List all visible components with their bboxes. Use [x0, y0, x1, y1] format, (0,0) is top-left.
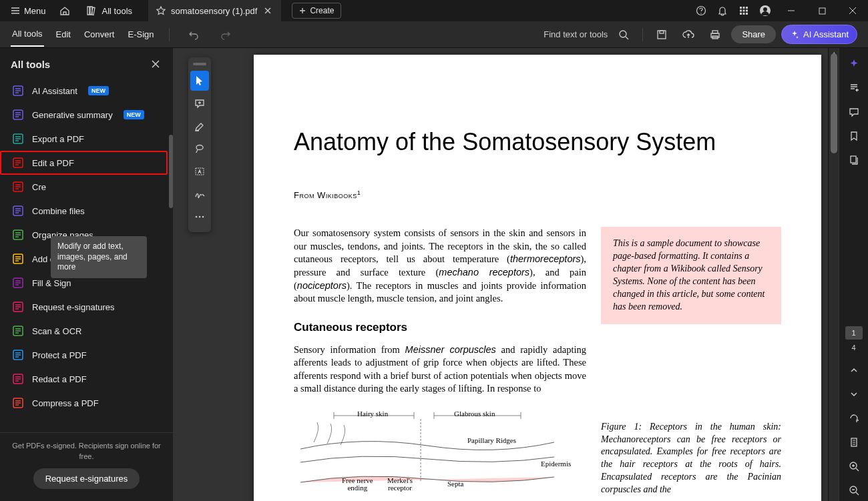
- page-scroll[interactable]: Anatomy of the Somatosensory System From…: [174, 48, 828, 501]
- alltools-tab[interactable]: All tools: [78, 5, 141, 16]
- sidebar-item-label: Combine files: [32, 206, 85, 216]
- tab-close-button[interactable]: [262, 5, 273, 16]
- lasso-icon: [194, 143, 205, 154]
- ai-label: AI Assistant: [803, 29, 849, 39]
- svg-rect-16: [660, 31, 664, 33]
- sidebar-close-button[interactable]: [149, 57, 162, 71]
- text-tool[interactable]: [190, 161, 209, 181]
- more-tools[interactable]: [190, 207, 209, 227]
- page-down-button[interactable]: [843, 384, 865, 405]
- sidebar-item-ai-assistant[interactable]: AI AssistantNEW: [0, 79, 168, 103]
- sidebar-item-combine-files[interactable]: Combine files: [0, 199, 168, 223]
- save-button[interactable]: [651, 24, 672, 45]
- svg-point-12: [763, 7, 767, 11]
- print-button[interactable]: [704, 24, 726, 45]
- summary-panel-button[interactable]: [843, 77, 865, 99]
- new-badge: NEW: [88, 86, 109, 95]
- sidebar-item-compress-a-pdf[interactable]: Compress a PDF: [0, 391, 168, 415]
- tool-icon: [12, 301, 24, 313]
- sidebar-scrollbar[interactable]: [169, 135, 173, 208]
- highlighter-icon: [194, 121, 205, 131]
- account-button[interactable]: [754, 0, 776, 21]
- page-up-button[interactable]: [843, 360, 865, 381]
- ai-assistant-button[interactable]: AI Assistant: [781, 25, 857, 44]
- sticky-note-tool[interactable]: [190, 93, 209, 113]
- undo-button[interactable]: [183, 24, 204, 45]
- tool-icon: [12, 157, 24, 169]
- undo-icon: [188, 29, 199, 40]
- sidebar-item-edit-a-pdf[interactable]: Edit a PDF: [0, 151, 168, 175]
- paragraph-1: Our somatosensory system consists of sen…: [294, 227, 586, 305]
- select-tool[interactable]: [190, 71, 209, 91]
- search-label[interactable]: Find text or tools: [544, 29, 608, 39]
- label-hairy: Hairy skin: [357, 409, 388, 419]
- current-page-indicator[interactable]: 1: [845, 326, 863, 340]
- sidebar-footer-button[interactable]: Request e-signatures: [33, 468, 140, 489]
- zoom-in-button[interactable]: [843, 456, 865, 477]
- share-button[interactable]: Share: [731, 25, 776, 43]
- tool-icon: [12, 133, 24, 145]
- heading-cutaneous: Cutaneous receptors: [294, 320, 586, 336]
- sidebar-item-generative-summary[interactable]: Generative summaryNEW: [0, 103, 168, 127]
- sidebar-item-scan-ocr[interactable]: Scan & OCR: [0, 319, 168, 343]
- notifications-button[interactable]: [712, 0, 733, 21]
- save-icon: [656, 29, 667, 40]
- home-button[interactable]: [54, 0, 75, 21]
- sidebar-item-protect-a-pdf[interactable]: Protect a PDF: [0, 343, 168, 367]
- create-button[interactable]: Create: [292, 3, 341, 19]
- menu-button[interactable]: Menu: [5, 3, 51, 19]
- bookmark-icon: [849, 131, 859, 141]
- svg-rect-6: [743, 10, 745, 12]
- alltools-label: All tools: [102, 6, 133, 16]
- redo-button[interactable]: [215, 24, 236, 45]
- apps-button[interactable]: [733, 0, 754, 21]
- rotate-button[interactable]: [843, 408, 865, 429]
- tool-esign[interactable]: E-Sign: [126, 23, 155, 46]
- sign-tool[interactable]: [190, 184, 209, 204]
- svg-rect-15: [658, 31, 666, 39]
- close-window-button[interactable]: [837, 0, 868, 21]
- svg-rect-3: [743, 7, 745, 9]
- create-label: Create: [310, 6, 334, 15]
- help-icon: [696, 5, 706, 16]
- paragraph-2: Sensory information from Meissner corpus…: [294, 344, 586, 396]
- sidebar-item-export-a-pdf[interactable]: Export a PDF: [0, 127, 168, 151]
- draw-tool[interactable]: [190, 139, 209, 159]
- sidebar-item-cre[interactable]: Cre: [0, 175, 168, 199]
- separator: [642, 28, 643, 41]
- tool-edit[interactable]: Edit: [55, 23, 72, 46]
- page-fit-button[interactable]: [843, 432, 865, 453]
- ai-panel-button[interactable]: [843, 53, 865, 75]
- tool-alltools[interactable]: All tools: [11, 22, 44, 47]
- chevron-up-icon: [850, 366, 858, 374]
- tool-convert[interactable]: Convert: [83, 23, 116, 46]
- rotate-icon: [849, 413, 859, 424]
- sidebar-item-request-e-signatures[interactable]: Request e-signatures: [0, 295, 168, 319]
- search-button[interactable]: [613, 24, 634, 45]
- tool-icon: [12, 229, 24, 241]
- bookmarks-panel-button[interactable]: [843, 125, 865, 147]
- sidebar-item-label: Redact a PDF: [32, 374, 87, 384]
- pdf-page: Anatomy of the Somatosensory System From…: [254, 55, 821, 501]
- chevron-down-icon: [850, 390, 858, 398]
- minimize-button[interactable]: [776, 0, 807, 21]
- document-tab[interactable]: somatosensory (1).pdf: [148, 0, 281, 21]
- search-icon: [618, 29, 629, 40]
- sidebar-item-redact-a-pdf[interactable]: Redact a PDF: [0, 367, 168, 391]
- tab-title: somatosensory (1).pdf: [171, 6, 257, 16]
- pages-panel-button[interactable]: [843, 149, 865, 171]
- tool-icon: [12, 253, 24, 265]
- comments-panel-button[interactable]: [843, 101, 865, 123]
- zoom-out-button[interactable]: [843, 480, 865, 501]
- summary-icon: [849, 83, 859, 93]
- scroll-thumb[interactable]: [831, 53, 837, 153]
- maximize-button[interactable]: [807, 0, 837, 21]
- highlight-tool[interactable]: [190, 116, 209, 136]
- svg-rect-2: [740, 7, 742, 9]
- drag-handle[interactable]: [193, 63, 206, 65]
- upload-button[interactable]: [678, 24, 699, 45]
- sidebar-item-label: Scan & OCR: [32, 326, 81, 336]
- svg-rect-4: [746, 7, 748, 9]
- help-button[interactable]: [690, 0, 712, 21]
- document-scrollbar[interactable]: ▴: [828, 48, 839, 501]
